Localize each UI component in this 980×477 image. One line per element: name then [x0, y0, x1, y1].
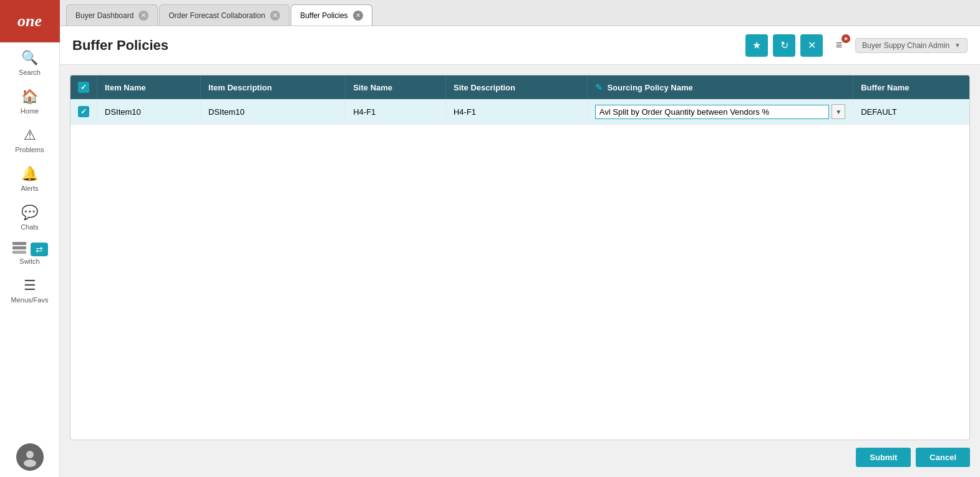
tab-label-order-forecast: Order Forecast Collaboration: [168, 11, 265, 20]
tab-close-buyer-dashboard[interactable]: ✕: [138, 11, 148, 21]
svg-rect-0: [12, 242, 26, 245]
header-bar: Buffer Policies ★ ↻ ✕ ≡ ★ Buyer Suppy Ch…: [60, 26, 980, 65]
logo-text: one: [17, 12, 42, 31]
app-logo[interactable]: one: [0, 0, 60, 42]
sourcing-dropdown-arrow[interactable]: ▼: [832, 104, 845, 119]
row-buffer-name: DEFAULT: [853, 99, 969, 125]
favorite-button[interactable]: ★: [745, 34, 768, 57]
menu-icon: ☰: [24, 277, 36, 294]
close-page-button[interactable]: ✕: [800, 34, 823, 57]
tab-label-buffer-policies: Buffer Policies: [300, 11, 347, 20]
cancel-button[interactable]: Cancel: [916, 448, 970, 467]
sidebar-label-home: Home: [21, 107, 39, 115]
row-sourcing-policy[interactable]: ▼: [587, 99, 853, 125]
svg-point-4: [26, 451, 34, 458]
tab-buffer-policies[interactable]: Buffer Policies ✕: [291, 4, 372, 26]
user-dropdown[interactable]: Buyer Suppy Chain Admin ▼: [855, 38, 968, 53]
edit-icon: ✎: [595, 82, 603, 92]
sidebar-label-alerts: Alerts: [21, 185, 38, 192]
bell-icon: 🔔: [21, 166, 38, 182]
svg-rect-2: [12, 251, 26, 254]
table-header-row: Item Name Item Description Site Name Sit…: [70, 75, 969, 99]
tab-close-buffer-policies[interactable]: ✕: [353, 11, 363, 21]
sidebar-bottom: [0, 443, 59, 477]
sidebar-label-menus-favs: Menus/Favs: [11, 296, 49, 304]
avatar[interactable]: [16, 443, 44, 471]
main-content: Buyer Dashboard ✕ Order Forecast Collabo…: [60, 0, 980, 477]
th-checkbox[interactable]: [70, 75, 97, 99]
table-container: Item Name Item Description Site Name Sit…: [70, 75, 970, 440]
sidebar-item-home[interactable]: 🏠 Home: [0, 81, 59, 120]
refresh-button[interactable]: ↻: [773, 34, 795, 57]
th-site-description: Site Description: [445, 75, 587, 99]
th-item-name: Item Name: [97, 75, 201, 99]
sidebar-label-chats: Chats: [21, 223, 39, 231]
sidebar-item-problems[interactable]: ⚠ Problems: [0, 120, 59, 158]
header-actions: ★ ↻ ✕ ≡ ★ Buyer Suppy Chain Admin ▼: [745, 34, 968, 57]
menu-notifications-button[interactable]: ≡ ★: [828, 34, 850, 57]
sidebar-item-switch[interactable]: ⇄ Switch: [0, 236, 59, 270]
user-name: Buyer Suppy Chain Admin: [862, 41, 949, 50]
layers-icon: [12, 241, 28, 258]
svg-point-5: [24, 460, 36, 467]
page-title: Buffer Policies: [72, 37, 745, 54]
sidebar-item-alerts[interactable]: 🔔 Alerts: [0, 158, 59, 197]
footer-buttons: Submit Cancel: [70, 440, 970, 467]
hamburger-icon: ≡: [836, 39, 843, 52]
tab-order-forecast[interactable]: Order Forecast Collaboration ✕: [159, 4, 289, 26]
row-item-name: DSItem10: [97, 99, 201, 125]
table-row: DSItem10 DSItem10 H4-F1 H4-F1: [70, 99, 969, 125]
sidebar-label-problems: Problems: [15, 146, 44, 153]
th-sourcing-policy-name: ✎ Sourcing Policy Name: [587, 75, 853, 99]
tab-label-buyer-dashboard: Buyer Dashboard: [75, 11, 133, 20]
home-icon: 🏠: [21, 89, 38, 105]
sourcing-policy-input[interactable]: [595, 105, 829, 119]
sidebar-item-menus-favs[interactable]: ☰ Menus/Favs: [0, 270, 59, 309]
th-buffer-name: Buffer Name: [853, 75, 969, 99]
row-checkbox-cell[interactable]: [70, 99, 97, 125]
row-site-description: H4-F1: [445, 99, 587, 125]
search-icon: 🔍: [21, 50, 38, 66]
dropdown-arrow-icon: ▼: [954, 42, 961, 49]
th-site-name: Site Name: [346, 75, 446, 99]
select-all-checkbox[interactable]: [78, 82, 89, 93]
sidebar-label-switch: Switch: [19, 258, 39, 265]
content-area: Item Name Item Description Site Name Sit…: [60, 65, 980, 477]
sidebar-item-chats[interactable]: 💬 Chats: [0, 197, 59, 236]
row-item-description: DSItem10: [201, 99, 346, 125]
th-item-description: Item Description: [201, 75, 346, 99]
tab-bar: Buyer Dashboard ✕ Order Forecast Collabo…: [60, 0, 980, 26]
sidebar-item-search[interactable]: 🔍 Search: [0, 42, 59, 81]
tab-buyer-dashboard[interactable]: Buyer Dashboard ✕: [66, 4, 158, 26]
row-site-name: H4-F1: [346, 99, 446, 125]
tab-close-order-forecast[interactable]: ✕: [270, 11, 280, 21]
buffer-policies-table: Item Name Item Description Site Name Sit…: [70, 75, 969, 125]
sidebar: one 🔍 Search 🏠 Home ⚠ Problems 🔔 Alerts …: [0, 0, 60, 477]
svg-rect-1: [12, 246, 26, 249]
notification-badge: ★: [842, 34, 850, 43]
switch-arrows-icon: ⇄: [31, 243, 48, 256]
sidebar-label-search: Search: [19, 69, 41, 76]
row-checkbox[interactable]: [78, 106, 89, 117]
chat-icon: 💬: [21, 205, 38, 221]
warning-icon: ⚠: [24, 127, 36, 143]
submit-button[interactable]: Submit: [856, 448, 911, 467]
